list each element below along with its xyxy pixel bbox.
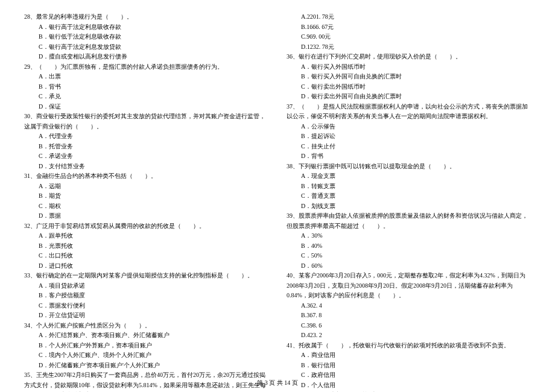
page-columns: 28、最常见的利率违规行为是（ ）。 A．银行高于法定利息吸收存款 B．银行低于… [24, 12, 531, 374]
q28-opt-d: D．擅自或变相以高利息发行债券 [24, 52, 268, 62]
q30-text: 30、商业银行受政策性银行的委托对其主发放的贷款代理结算，并对其账户资金进行监管… [24, 112, 268, 131]
q37-opt-a: A．公示催告 [287, 122, 531, 132]
q41-opt-a: A．商业信用 [287, 350, 531, 361]
q28-text: 28、最常见的利率违规行为是（ ）。 [24, 12, 268, 22]
q37-opt-b: B．提起诉讼 [287, 131, 531, 142]
q31-opt-b: B．期货 [24, 191, 268, 201]
right-column: A.2201. 78元 B.1666. 67元 C.969. 00元 D.123… [287, 12, 531, 374]
q36-opt-d: D．银行卖出外国可自由兑换的汇票时 [287, 92, 531, 102]
q37-opt-c: C．挂失止付 [287, 142, 531, 152]
q38-opt-a: A．现金支票 [287, 171, 531, 182]
q40-opt-a: A.362. 4 [287, 301, 531, 311]
q36-opt-a: A．银行买入外国纸币时 [287, 62, 531, 72]
q30-opt-d: D．支付结算业务 [24, 162, 268, 172]
q38-opt-c: C．普通支票 [287, 191, 531, 201]
q34-opt-b: B．个人外汇账户'外算账户，资本项目账户 [24, 341, 268, 351]
q35-opt-c: C.969. 00元 [287, 32, 531, 42]
q36-opt-c: C．银行卖出外国纸币时 [287, 82, 531, 92]
q34-opt-a: A．外汇结算账户、资本项目账户、外汇储蓄账户 [24, 330, 268, 341]
q34-opt-d: D．外汇储蓄账户'资本项目账户'个人外汇账户 [24, 361, 268, 371]
q29-opt-c: C．承兑 [24, 92, 268, 102]
q31-text: 31、金融衍生品合约的基本种类不包括（ ）。 [24, 171, 268, 182]
q30-opt-b: B．托管业务 [24, 142, 268, 152]
q36-text: 36、银行在进行下列外汇交易时，使用现钞买入价的是（ ）。 [287, 52, 531, 62]
q39-text: 39、股票质押率由贷款人依据被质押的股票质量及借款人的财务和资信状况与借款人商定… [287, 211, 531, 231]
left-column: 28、最常见的利率违规行为是（ ）。 A．银行高于法定利息吸收存款 B．银行低于… [24, 12, 268, 374]
q41-opt-b: B．银行信用 [287, 361, 531, 371]
q39-opt-d: D．60% [287, 261, 531, 271]
q37-opt-d: D．背书 [287, 151, 531, 162]
q39-opt-b: B．40% [287, 241, 531, 251]
q38-opt-b: B．转账支票 [287, 182, 531, 192]
q33-text: 33、银行确定的在一定期限内对某客户提供短期授信支持的量化控制指标是（ ）。 [24, 271, 268, 281]
q37-text: 37、（ ）是指人民法院根据票据权利人的申请，以向社会公示的方式，将丧失的票据加… [287, 102, 531, 122]
q28-opt-c: C．银行高于法定利息发放贷款 [24, 42, 268, 52]
q29-opt-d: D．保证 [24, 102, 268, 112]
q38-text: 38、下列银行票据中既可以转账也可以提取现金的是（ ）。 [287, 162, 531, 172]
q35-opt-b: B.1666. 67元 [287, 22, 531, 33]
q35-opt-d: D.1232. 78元 [287, 42, 531, 52]
q39-opt-a: A．30% [287, 231, 531, 241]
q34-text: 34、个人外汇账户按账户性质区分为（ ）。 [24, 321, 268, 331]
q32-opt-b: B．光票托收 [24, 241, 268, 251]
q28-opt-b: B．银行低于法定利息吸收存款 [24, 32, 268, 42]
q28-opt-a: A．银行高于法定利息吸收存款 [24, 22, 268, 33]
q30-opt-a: A．代理业务 [24, 131, 268, 142]
page-footer: 第 3 页 共 14 页 [0, 379, 555, 387]
q29-text: 29、（ ）为汇票所独有，是指汇票的付款人承诺负担票据债务的行为。 [24, 62, 268, 72]
q29-opt-a: A．出票 [24, 72, 268, 82]
q32-text: 32、广泛用于非贸易结算或贸易从属费用的收款的托收是（ ）。 [24, 221, 268, 232]
q32-opt-c: C．出口托收 [24, 251, 268, 261]
q38-opt-d: D．划线支票 [287, 201, 531, 212]
q36-opt-b: B．银行买入外国可自由兑换的汇票时 [287, 72, 531, 82]
q31-opt-c: C．期权 [24, 201, 268, 212]
q33-opt-a: A．项目贷款承诺 [24, 281, 268, 291]
q40-text: 40、某客户2006年3月20日存入5，000元，定期整存整取2年，假定利率为4… [287, 271, 531, 301]
q40-opt-b: B.367. 8 [287, 311, 531, 321]
q39-opt-c: C．50% [287, 251, 531, 261]
q33-opt-c: C．票据发行便利 [24, 301, 268, 311]
q33-opt-b: B．客户授信额度 [24, 291, 268, 301]
q34-opt-c: C．境内个人外汇账户、境外个人外汇账户 [24, 350, 268, 361]
q29-opt-b: B．背书 [24, 82, 268, 92]
q31-opt-a: A．远期 [24, 182, 268, 192]
q32-opt-a: A．跟单托收 [24, 231, 268, 241]
q31-opt-d: D．票据 [24, 211, 268, 221]
q40-opt-c: C.398. 6 [287, 321, 531, 331]
q35-opt-a: A.2201. 78元 [287, 12, 531, 22]
q32-opt-d: D．进口托收 [24, 261, 268, 271]
q33-opt-d: D．开立信贷证明 [24, 311, 268, 321]
q41-text: 41、托收属于（ ），托收银行与代收银行的款项对托收的款项是否收到不负责。 [287, 341, 531, 351]
q30-opt-c: C．承诺业务 [24, 151, 268, 162]
q40-opt-d: D.423. 2 [287, 330, 531, 341]
